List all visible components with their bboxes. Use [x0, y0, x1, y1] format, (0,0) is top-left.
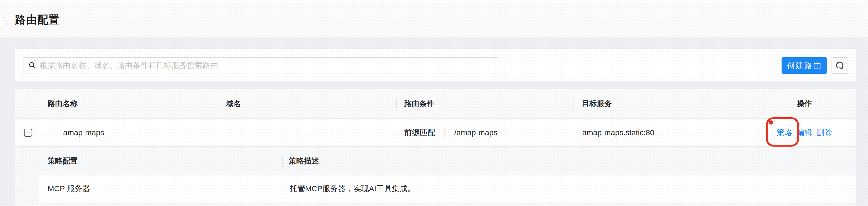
- sidebar-collapse-handle[interactable]: [0, 17, 6, 27]
- cell-route-condition: 前缀匹配 ｜ /amap-maps: [404, 119, 497, 146]
- routes-table: 路由名称 域名 路由条件 目标服务 操作 amap-maps - 前缀匹配 ｜ …: [15, 89, 856, 206]
- column-divider: [396, 98, 397, 110]
- column-header-domain: 域名: [226, 89, 241, 118]
- expanded-policy-section: 策略配置 策略描述 MCP 服务器 托管MCP服务器，实现AI工具集成。: [15, 147, 856, 206]
- collapse-row-icon[interactable]: [24, 129, 32, 137]
- cell-actions: 策略 编辑 删除: [752, 119, 856, 146]
- column-header-actions: 操作: [752, 89, 856, 118]
- column-header-route-condition: 路由条件: [404, 89, 434, 118]
- column-divider: [218, 98, 218, 110]
- refresh-icon: [835, 60, 845, 71]
- column-header-policy-description: 策略描述: [289, 147, 319, 175]
- table-row-amap-maps: amap-maps - 前缀匹配 ｜ /amap-maps amap-maps.…: [15, 119, 856, 147]
- cell-policy-description: 托管MCP服务器，实现AI工具集成。: [289, 175, 415, 202]
- search-input[interactable]: [24, 57, 498, 73]
- refresh-button[interactable]: [832, 57, 848, 74]
- policy-link[interactable]: 策略: [777, 127, 792, 138]
- cell-target-service: amap-maps.static:80: [582, 119, 654, 146]
- cell-domain: -: [226, 119, 228, 146]
- page-header: 路由配置: [0, 2, 868, 37]
- cell-policy-name[interactable]: MCP 服务器: [48, 175, 90, 202]
- column-header-route-name: 路由名称: [48, 89, 78, 118]
- policy-row-mcp-server: MCP 服务器 托管MCP服务器，实现AI工具集成。: [39, 175, 856, 202]
- toolbar-card: 创建路由: [15, 49, 856, 81]
- edit-link[interactable]: 编辑: [797, 127, 812, 138]
- create-route-button[interactable]: 创建路由: [781, 57, 827, 74]
- top-bar: [0, 0, 868, 2]
- column-header-target-service: 目标服务: [582, 89, 612, 118]
- content-area: 创建路由 路由名称 域名 路由条件 目标服务 操作: [0, 37, 868, 206]
- column-divider: [574, 98, 574, 110]
- condition-path: /amap-maps: [454, 128, 497, 137]
- policy-table-header-row: 策略配置 策略描述: [15, 147, 856, 175]
- condition-separator: ｜: [441, 127, 448, 138]
- column-header-policy-config: 策略配置: [48, 147, 78, 175]
- page-title: 路由配置: [15, 14, 60, 26]
- table-header-row: 路由名称 域名 路由条件 目标服务 操作: [15, 89, 856, 119]
- policy-section-padding: [15, 202, 856, 206]
- column-divider: [282, 155, 283, 167]
- route-config-page: 路由配置 创建路由 路由名称 域名: [0, 0, 868, 206]
- delete-link[interactable]: 删除: [816, 127, 832, 138]
- cell-route-name: amap-maps: [63, 119, 104, 146]
- condition-type: 前缀匹配: [404, 127, 435, 138]
